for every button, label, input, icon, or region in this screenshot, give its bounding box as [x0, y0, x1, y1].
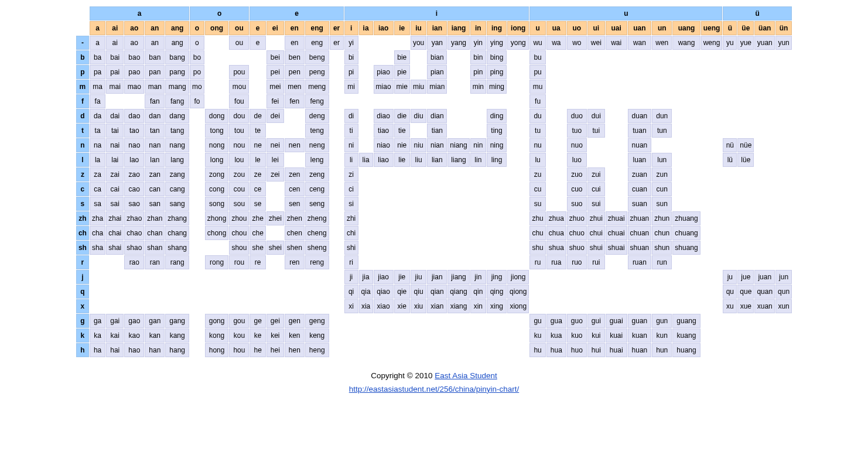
syllable-kou[interactable]: kou [229, 328, 249, 343]
syllable-su[interactable]: su [529, 197, 545, 211]
syllable-huai[interactable]: huai [606, 343, 627, 357]
syllable-yi[interactable]: yi [344, 36, 358, 50]
syllable-ming[interactable]: ming [487, 80, 507, 94]
syllable-nen[interactable]: nen [285, 138, 305, 152]
syllable-xin[interactable]: xin [470, 299, 486, 313]
syllable-weng[interactable]: weng [701, 36, 723, 50]
syllable-dai[interactable]: dai [106, 109, 124, 123]
syllable-hun[interactable]: hun [652, 343, 672, 357]
syllable-xia[interactable]: xia [359, 299, 373, 313]
syllable-cao[interactable]: cao [124, 182, 144, 196]
syllable-bin[interactable]: bin [470, 50, 486, 64]
syllable-yun[interactable]: yun [775, 36, 792, 50]
syllable-ting[interactable]: ting [487, 124, 507, 138]
syllable-min[interactable]: min [470, 80, 486, 94]
syllable-pei[interactable]: pei [266, 65, 284, 79]
syllable-qiang[interactable]: qiang [447, 285, 469, 299]
syllable-bei[interactable]: bei [266, 50, 284, 64]
syllable-wang[interactable]: wang [672, 36, 700, 50]
syllable-ju[interactable]: ju [723, 270, 737, 284]
syllable-nin[interactable]: nin [470, 138, 486, 152]
syllable-rui[interactable]: rui [587, 255, 605, 269]
syllable-tou[interactable]: tou [229, 124, 249, 138]
syllable-ru[interactable]: ru [529, 255, 545, 269]
syllable-dan[interactable]: dan [145, 109, 165, 123]
syllable-tu[interactable]: tu [529, 124, 545, 138]
syllable-lü[interactable]: lü [723, 153, 737, 167]
syllable-kuai[interactable]: kuai [606, 328, 627, 343]
syllable-sao[interactable]: sao [124, 197, 144, 211]
syllable-seng[interactable]: seng [305, 197, 329, 211]
syllable-qu[interactable]: qu [723, 285, 737, 299]
syllable-ni[interactable]: ni [344, 138, 358, 152]
syllable-cou[interactable]: cou [229, 182, 249, 196]
syllable-pan[interactable]: pan [145, 65, 165, 79]
syllable-xiang[interactable]: xiang [447, 299, 469, 313]
syllable-chuo[interactable]: chuo [567, 226, 587, 240]
syllable-cheng[interactable]: cheng [305, 226, 329, 240]
syllable-bing[interactable]: bing [487, 50, 507, 64]
syllable-nu[interactable]: nu [529, 138, 545, 152]
syllable-zeng[interactable]: zeng [305, 167, 329, 182]
syllable-se[interactable]: se [250, 197, 265, 211]
syllable-eng[interactable]: eng [305, 36, 329, 50]
syllable-nian[interactable]: nian [427, 138, 447, 152]
syllable-ping[interactable]: ping [487, 65, 507, 79]
syllable-jiu[interactable]: jiu [411, 270, 426, 284]
syllable-xing[interactable]: xing [487, 299, 507, 313]
syllable-kuang[interactable]: kuang [672, 328, 700, 343]
syllable-mu[interactable]: mu [529, 80, 545, 94]
syllable-ke[interactable]: ke [250, 328, 265, 343]
syllable-ang[interactable]: ang [165, 36, 189, 50]
syllable-dun[interactable]: dun [652, 109, 672, 123]
syllable-gou[interactable]: gou [229, 314, 249, 328]
syllable-guang[interactable]: guang [672, 314, 700, 328]
syllable-xi[interactable]: xi [344, 299, 358, 313]
syllable-chi[interactable]: chi [344, 226, 358, 240]
syllable-hao[interactable]: hao [124, 343, 144, 357]
syllable-jing[interactable]: jing [487, 270, 507, 284]
syllable-nüe[interactable]: nüe [737, 138, 754, 152]
syllable-shan[interactable]: shan [145, 241, 165, 255]
syllable-zhan[interactable]: zhan [145, 211, 165, 225]
syllable-yan[interactable]: yan [427, 36, 447, 50]
syllable-beng[interactable]: beng [305, 50, 329, 64]
syllable-gun[interactable]: gun [652, 314, 672, 328]
syllable-ou[interactable]: ou [229, 36, 249, 50]
syllable-rao[interactable]: rao [124, 255, 144, 269]
syllable-fa[interactable]: fa [90, 94, 105, 108]
syllable-pai[interactable]: pai [106, 65, 124, 79]
syllable-si[interactable]: si [344, 197, 358, 211]
syllable-lie[interactable]: lie [394, 153, 410, 167]
syllable-za[interactable]: za [90, 167, 105, 182]
syllable-bi[interactable]: bi [344, 50, 358, 64]
syllable-nou[interactable]: nou [229, 138, 249, 152]
syllable-cui[interactable]: cui [587, 182, 605, 196]
syllable-zhai[interactable]: zhai [106, 211, 124, 225]
syllable-ci[interactable]: ci [344, 182, 358, 196]
syllable-hou[interactable]: hou [229, 343, 249, 357]
syllable-an[interactable]: an [145, 36, 165, 50]
syllable-bo[interactable]: bo [190, 50, 204, 64]
syllable-jiong[interactable]: jiong [507, 270, 529, 284]
syllable-ban[interactable]: ban [145, 50, 165, 64]
syllable-wai[interactable]: wai [606, 36, 627, 50]
syllable-ze[interactable]: ze [250, 167, 265, 182]
syllable-cu[interactable]: cu [529, 182, 545, 196]
syllable-xue[interactable]: xue [737, 299, 754, 313]
syllable-le[interactable]: le [250, 153, 265, 167]
syllable-chu[interactable]: chu [529, 226, 545, 240]
syllable-kua[interactable]: kua [546, 328, 566, 343]
syllable-gui[interactable]: gui [587, 314, 605, 328]
syllable-ling[interactable]: ling [487, 153, 507, 167]
syllable-la[interactable]: la [90, 153, 105, 167]
syllable-lia[interactable]: lia [359, 153, 373, 167]
syllable-shui[interactable]: shui [587, 241, 605, 255]
syllable-liu[interactable]: liu [411, 153, 426, 167]
syllable-mai[interactable]: mai [106, 80, 124, 94]
syllable-che[interactable]: che [250, 226, 265, 240]
syllable-lin[interactable]: lin [470, 153, 486, 167]
syllable-hui[interactable]: hui [587, 343, 605, 357]
syllable-ne[interactable]: ne [250, 138, 265, 152]
syllable-gen[interactable]: gen [285, 314, 305, 328]
